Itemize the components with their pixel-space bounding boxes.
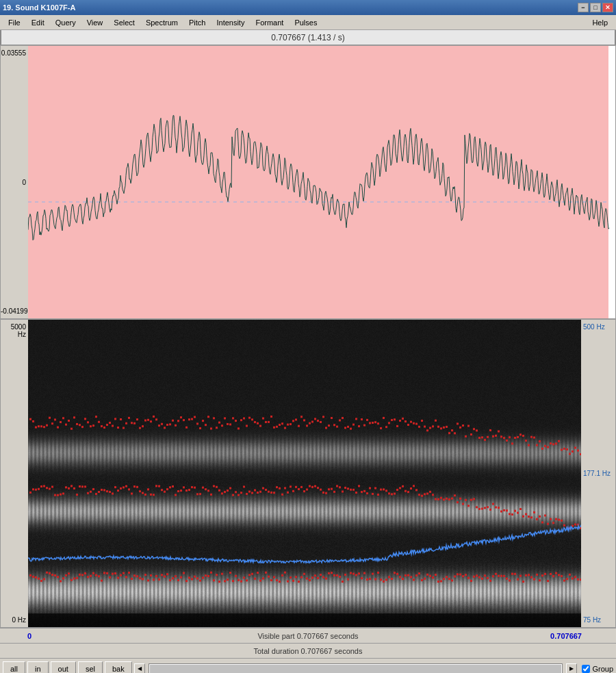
- menu-file[interactable]: File: [3, 17, 26, 28]
- menu-spectrum[interactable]: Spectrum: [140, 17, 183, 28]
- time-display: 0.707667 (1.413 / s): [0, 30, 616, 45]
- spec-y-bottom: 0 Hz: [1, 616, 28, 624]
- close-button[interactable]: ✕: [602, 3, 613, 12]
- scroll-left-arrow[interactable]: ◀: [134, 663, 145, 674]
- menu-select[interactable]: Select: [108, 17, 140, 28]
- spectrogram-y-axis-right: 500 Hz 177.1 Hz 75 Hz: [581, 320, 615, 627]
- group-label: Group: [592, 665, 613, 673]
- in-button[interactable]: in: [27, 661, 49, 674]
- bak-button[interactable]: bak: [105, 661, 132, 674]
- spectrogram-panel[interactable]: 5000 Hz 0 Hz 500 Hz 177.1 Hz 75 Hz: [0, 319, 616, 628]
- menu-help[interactable]: Help: [587, 17, 613, 28]
- time-label-visible: Visible part 0.707667 seconds: [257, 632, 358, 640]
- bottom-controls: all in out sel bak ◀ ▶ Group: [0, 658, 616, 673]
- menu-formant[interactable]: Formant: [250, 17, 289, 28]
- waveform-y-zero: 0: [1, 179, 28, 186]
- pitch-current: 177.1 Hz: [581, 470, 615, 477]
- duration-bar: Total duration 0.707667 seconds: [0, 643, 616, 658]
- menu-pitch[interactable]: Pitch: [183, 17, 211, 28]
- waveform-canvas[interactable]: [28, 46, 610, 319]
- maximize-button[interactable]: □: [590, 3, 601, 12]
- spectrogram-y-axis-left: 5000 Hz 0 Hz: [1, 320, 28, 627]
- waveform-y-top: 0.03555: [1, 49, 28, 57]
- time-label-start: 0: [27, 632, 31, 640]
- pitch-bottom: 75 Hz: [581, 616, 615, 624]
- pitch-top: 500 Hz: [581, 323, 615, 331]
- scroll-right-arrow[interactable]: ▶: [566, 663, 577, 674]
- scrollbar-thumb[interactable]: [149, 664, 563, 674]
- menu-pulses[interactable]: Pulses: [289, 17, 322, 28]
- waveform-y-axis: 0.03555 0 -0.04199: [1, 46, 28, 318]
- menu-bar: File Edit Query View Select Spectrum Pit…: [0, 15, 616, 30]
- window-controls: − □ ✕: [578, 3, 613, 12]
- menu-edit[interactable]: Edit: [26, 17, 50, 28]
- out-button[interactable]: out: [51, 661, 76, 674]
- group-checkbox[interactable]: [582, 665, 590, 673]
- spectrogram-canvas[interactable]: [28, 320, 582, 628]
- all-button[interactable]: all: [3, 661, 25, 674]
- menu-query[interactable]: Query: [50, 17, 81, 28]
- spec-y-top: 5000 Hz: [1, 323, 28, 338]
- menu-intensity[interactable]: Intensity: [211, 17, 250, 28]
- group-checkbox-container: Group: [582, 665, 613, 673]
- time-label-end: 0.707667: [550, 632, 582, 640]
- title-bar: 19. Sound K1007F-A − □ ✕: [0, 0, 616, 15]
- main-content: 0.707667 (1.413 / s) 0.03555 0 -0.04199 …: [0, 30, 616, 658]
- time-display-text: 0.707667 (1.413 / s): [271, 33, 344, 42]
- time-labels-bar: 0 Visible part 0.707667 seconds 0.707667: [0, 628, 616, 643]
- minimize-button[interactable]: −: [578, 3, 589, 12]
- scrollbar-track[interactable]: [149, 663, 563, 674]
- sel-button[interactable]: sel: [78, 661, 103, 674]
- waveform-panel[interactable]: 0.03555 0 -0.04199: [0, 45, 616, 319]
- waveform-y-bottom: -0.04199: [1, 307, 28, 315]
- duration-text: Total duration 0.707667 seconds: [253, 647, 362, 655]
- menu-view[interactable]: View: [81, 17, 109, 28]
- title-text: 19. Sound K1007F-A: [3, 3, 75, 12]
